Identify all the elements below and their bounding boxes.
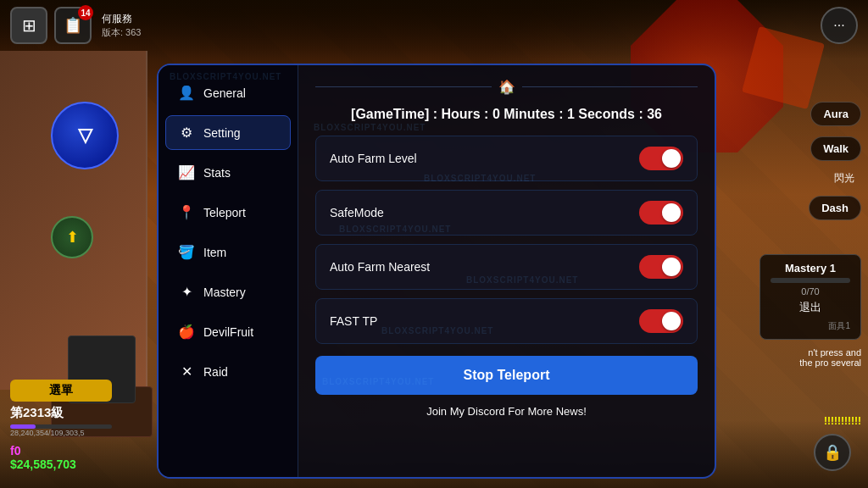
player-info-section: 何服務 版本: 363 <box>102 12 141 39</box>
sidebar-label-setting: Setting <box>203 126 241 140</box>
exit-label: 退出 <box>771 300 850 315</box>
sidebar: 👤 General ⚙ Setting 📈 Stats 📍 Teleport 🪣… <box>159 65 298 477</box>
toggle-switch-fast-tp[interactable] <box>639 309 683 333</box>
sidebar-item-general[interactable]: 👤 General <box>165 75 291 110</box>
item-label: 面具1 <box>771 320 850 332</box>
notification-icon: 📋 <box>64 16 82 35</box>
toggle-label-auto-farm-nearest: Auto Farm Nearest <box>330 260 430 274</box>
item-icon: 🪣 <box>178 244 195 260</box>
toggle-thumb-fast-tp <box>662 312 681 330</box>
dash-label[interactable]: Dash <box>809 196 861 220</box>
sidebar-item-devilfruit[interactable]: 🍎 DevilFruit <box>165 314 291 349</box>
toggle-thumb-safe-mode <box>662 203 681 222</box>
player-name: 何服務 <box>102 12 141 26</box>
mastery-right-title: Mastery 1 <box>771 262 850 274</box>
toggle-label-auto-farm-level: Auto Farm Level <box>330 152 417 165</box>
header-line-right <box>522 86 698 87</box>
discord-text: Join My Discord For More News! <box>315 405 698 418</box>
sidebar-label-raid: Raid <box>203 365 228 379</box>
walk-label[interactable]: Walk <box>810 136 861 161</box>
avatar-logo: ▽ <box>51 102 119 169</box>
gametime-display: [GameTime] : Hours : 0 Minutes : 1 Secon… <box>315 107 698 122</box>
sidebar-label-item: Item <box>203 246 226 259</box>
general-icon: 👤 <box>178 85 195 101</box>
select-button[interactable]: 選單 <box>10 380 112 402</box>
toggle-row-fast-tp: FAST TP <box>315 298 698 344</box>
avatar-symbol: ▽ <box>78 125 92 147</box>
sidebar-item-teleport[interactable]: 📍 Teleport <box>165 195 291 230</box>
toggle-row-auto-farm-level: Auto Farm Level <box>315 136 698 181</box>
exp-bar-container: 28,240,354/109,303,5 <box>10 424 112 437</box>
notification-badge: 14 <box>78 5 93 20</box>
aura-label[interactable]: Aura <box>810 102 861 126</box>
right-game-text: n't press and the pro several <box>799 347 861 368</box>
right-panel: Aura Walk 閃光 Dash <box>809 102 861 220</box>
header-line-left <box>315 86 492 87</box>
roblox-button[interactable]: ⊞ <box>10 7 47 44</box>
level-text: 第2313級 <box>10 405 112 421</box>
header-house-icon: 🏠 <box>498 79 515 95</box>
compass-icon: ⬆ <box>66 228 79 247</box>
mastery-icon: ✦ <box>178 284 195 300</box>
main-panel: 👤 General ⚙ Setting 📈 Stats 📍 Teleport 🪣… <box>157 64 716 479</box>
toggle-row-auto-farm-nearest: Auto Farm Nearest <box>315 244 698 290</box>
toggle-switch-auto-farm-nearest[interactable] <box>639 255 683 279</box>
exclaim-text: !!!!!!!!!!! <box>824 415 861 427</box>
lock-icon: 🔒 <box>823 443 842 462</box>
notification-button[interactable]: 📋 14 <box>54 7 92 44</box>
dots-icon: ··· <box>833 18 844 33</box>
sidebar-label-teleport: Teleport <box>203 206 246 219</box>
sidebar-label-mastery: Mastery <box>203 286 246 299</box>
toggle-row-safe-mode: SafeMode <box>315 190 698 236</box>
sidebar-label-stats: Stats <box>203 166 231 180</box>
devilfruit-icon: 🍎 <box>178 324 195 340</box>
sidebar-item-stats[interactable]: 📈 Stats <box>165 155 291 190</box>
roblox-icon: ⊞ <box>22 15 36 36</box>
version-label: 版本: 363 <box>102 26 141 39</box>
toggle-label-fast-tp: FAST TP <box>330 314 377 328</box>
mastery-progress-bar <box>771 278 850 283</box>
compass: ⬆ <box>51 216 93 258</box>
content-header: 🏠 <box>315 79 698 95</box>
toggle-thumb-auto-farm-nearest <box>662 258 681 276</box>
top-hud: ⊞ 📋 14 何服務 版本: 363 <box>0 0 868 51</box>
toggle-label-safe-mode: SafeMode <box>330 206 384 219</box>
avatar-area: ▽ <box>51 102 136 203</box>
exp-text: 28,240,354/109,303,5 <box>10 429 112 437</box>
stop-teleport-button[interactable]: Stop Teleport <box>315 356 698 395</box>
sidebar-item-setting[interactable]: ⚙ Setting <box>165 115 291 150</box>
flash-label: 閃光 <box>834 171 854 186</box>
currency-f: f0 <box>10 444 112 458</box>
sidebar-item-item[interactable]: 🪣 Item <box>165 235 291 269</box>
lock-button[interactable]: 🔒 <box>814 434 851 471</box>
sidebar-item-mastery[interactable]: ✦ Mastery <box>165 274 291 309</box>
sidebar-item-raid[interactable]: ✕ Raid <box>165 354 291 389</box>
toggle-switch-safe-mode[interactable] <box>639 201 683 225</box>
currency-money: $24,585,703 <box>10 458 112 471</box>
currency-section: f0 $24,585,703 <box>10 444 112 471</box>
content-area: 🏠 [GameTime] : Hours : 0 Minutes : 1 Sec… <box>298 65 715 477</box>
stats-icon: 📈 <box>178 164 195 180</box>
game-text-1: n't press and <box>799 347 861 358</box>
toggle-switch-auto-farm-level[interactable] <box>639 147 683 170</box>
setting-icon: ⚙ <box>178 125 195 141</box>
bottom-left-hud: 選單 第2313級 28,240,354/109,303,5 f0 $24,58… <box>10 380 112 471</box>
game-text-2: the pro several <box>799 358 861 368</box>
teleport-icon: 📍 <box>178 204 195 220</box>
menu-dots-button[interactable]: ··· <box>821 7 858 44</box>
right-hud: ··· <box>821 7 858 44</box>
mastery-panel-right: Mastery 1 0/70 退出 面具1 <box>760 254 861 340</box>
sidebar-label-general: General <box>203 86 246 100</box>
raid-icon: ✕ <box>178 363 195 380</box>
mastery-count: 0/70 <box>771 286 850 297</box>
toggle-thumb-auto-farm-level <box>662 149 681 168</box>
sidebar-label-devilfruit: DevilFruit <box>203 325 253 339</box>
